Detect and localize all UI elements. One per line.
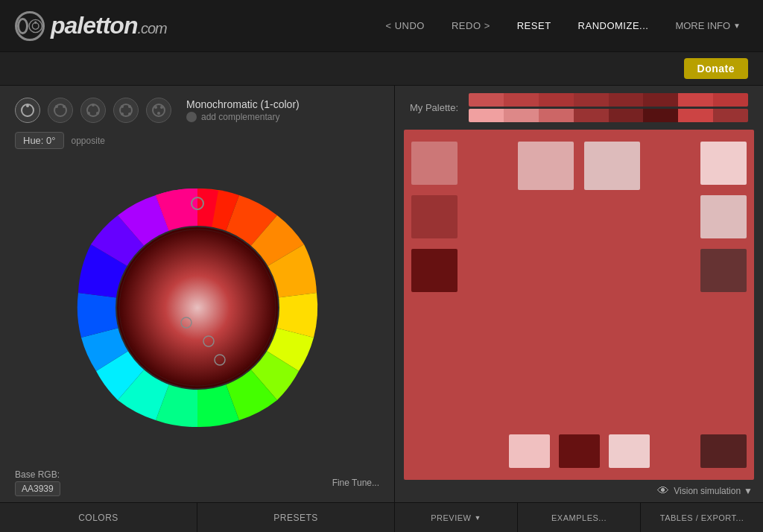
swatch-right-bottom — [700, 434, 747, 468]
logo-name: paletton.com — [51, 12, 167, 39]
hue-badge: Hue: 0° — [15, 132, 64, 149]
color-wheel-svg[interactable] — [71, 181, 324, 434]
bottom-swatches-row — [509, 434, 650, 480]
mode-adjacent[interactable] — [48, 98, 73, 123]
swatch-right-4[interactable] — [700, 434, 747, 468]
palette-swatch — [713, 93, 748, 107]
redo-button[interactable]: REDO > — [444, 16, 498, 36]
svg-point-19 — [160, 106, 163, 109]
mode-sub: add complementary — [186, 112, 300, 122]
mode-tetrad[interactable] — [113, 98, 139, 123]
reset-button[interactable]: RESET — [510, 16, 559, 36]
palette-header: My Palette: — [395, 86, 763, 130]
logo: paletton.com — [15, 11, 378, 41]
palette-swatch — [713, 109, 748, 122]
fine-tune-link[interactable]: Fine Tune... — [332, 478, 379, 488]
tab-preview-label: PREVIEW — [431, 513, 471, 522]
svg-point-2 — [34, 21, 37, 23]
mode-free[interactable] — [146, 98, 171, 123]
chevron-down-icon-preview: ▼ — [474, 514, 481, 522]
swatch-left-3[interactable] — [411, 249, 458, 292]
tab-preview[interactable]: PREVIEW ▼ — [395, 503, 518, 532]
base-rgb-value: AA3939 — [15, 481, 60, 496]
palette-swatch — [539, 109, 574, 122]
palette-bar-2 — [469, 109, 748, 122]
vision-row: 👁 Vision simulation ▼ — [395, 480, 763, 502]
swatch-right-2[interactable] — [700, 195, 747, 238]
palette-swatch — [469, 93, 504, 107]
base-rgb-label: Base RGB: — [15, 469, 60, 480]
tab-presets[interactable]: PRESETS — [197, 503, 394, 532]
logo-name-text: paletton — [51, 12, 137, 39]
palette-swatch — [504, 109, 539, 122]
more-info-button[interactable]: MORE INFO — [668, 16, 748, 36]
tab-examples[interactable]: EXAMPLES... — [518, 503, 641, 532]
logo-com-text: .com — [137, 20, 166, 37]
chevron-down-icon: ▼ — [744, 486, 753, 496]
svg-point-13 — [121, 105, 124, 108]
swatch-left-1[interactable] — [411, 142, 458, 185]
tab-tables-export[interactable]: TABLES / EXPORT... — [641, 503, 763, 532]
palette-swatch — [678, 109, 713, 122]
swatch-top-1[interactable] — [518, 142, 574, 190]
add-comp-icon — [186, 112, 197, 122]
eye-icon[interactable]: 👁 — [657, 484, 669, 498]
palette-swatch — [504, 93, 539, 107]
palette-swatch — [574, 109, 609, 122]
donate-button[interactable]: Donate — [684, 58, 748, 79]
tab-colors[interactable]: COLORS — [0, 503, 197, 532]
svg-point-20 — [157, 112, 160, 115]
palette-swatch — [643, 109, 678, 122]
right-panel: My Palette: — [395, 86, 763, 532]
swatch-bottom-2[interactable] — [559, 434, 600, 468]
vision-label: Vision simulation — [674, 486, 741, 496]
palette-swatch — [609, 109, 644, 122]
base-rgb-row: Base RGB: AA3939 Fine Tune... — [0, 463, 394, 502]
wheel-area[interactable] — [0, 152, 394, 463]
undo-button[interactable]: < UNDO — [378, 16, 431, 36]
top-swatches-row — [518, 130, 640, 190]
left-swatches — [404, 130, 463, 480]
svg-point-14 — [128, 105, 131, 108]
color-modes-row: Monochromatic (1-color) add complementar… — [0, 86, 394, 129]
mode-triad[interactable] — [80, 98, 106, 123]
svg-point-18 — [154, 106, 157, 109]
swatch-left-2[interactable] — [411, 195, 458, 238]
base-rgb-info: Base RGB: AA3939 — [15, 469, 60, 496]
logo-icon — [15, 11, 45, 41]
svg-point-10 — [87, 112, 90, 115]
bottom-tabs-left: COLORS PRESETS — [0, 502, 394, 532]
svg-point-11 — [96, 112, 99, 115]
palette-swatch — [469, 109, 504, 122]
palette-swatch — [643, 93, 678, 107]
left-panel: Monochromatic (1-color) add complementar… — [0, 86, 395, 532]
bottom-tabs-right: PREVIEW ▼ EXAMPLES... TABLES / EXPORT... — [395, 502, 763, 532]
svg-point-7 — [63, 105, 66, 108]
wheel-container[interactable] — [71, 181, 324, 434]
swatch-top-2[interactable] — [584, 142, 640, 190]
swatch-right-3[interactable] — [700, 249, 747, 292]
svg-point-6 — [55, 105, 58, 108]
palette-swatch — [574, 93, 609, 107]
randomize-button[interactable]: RANDOMIZE... — [571, 16, 656, 36]
mode-label: Monochromatic (1-color) add complementar… — [186, 98, 300, 122]
palette-swatches — [469, 93, 748, 122]
svg-point-9 — [92, 104, 95, 107]
opposite-label: opposite — [72, 136, 105, 146]
hue-row: Hue: 0° opposite — [0, 129, 394, 152]
mode-mono[interactable] — [15, 98, 40, 123]
swatch-right-1[interactable] — [700, 142, 747, 185]
swatch-bottom-3[interactable] — [609, 434, 650, 468]
svg-point-15 — [121, 113, 124, 115]
right-swatches — [694, 130, 754, 480]
swatch-bottom-1[interactable] — [509, 434, 550, 468]
palette-swatch — [609, 93, 644, 107]
svg-point-22 — [117, 227, 278, 388]
header: paletton.com < UNDO REDO > RESET RANDOMI… — [0, 0, 763, 52]
nav-buttons: < UNDO REDO > RESET RANDOMIZE... MORE IN… — [378, 16, 748, 36]
vision-dropdown[interactable]: Vision simulation ▼ — [674, 486, 753, 496]
palette-swatch — [678, 93, 713, 107]
palette-swatch — [539, 93, 574, 107]
svg-point-16 — [128, 113, 131, 115]
svg-point-4 — [26, 104, 29, 107]
